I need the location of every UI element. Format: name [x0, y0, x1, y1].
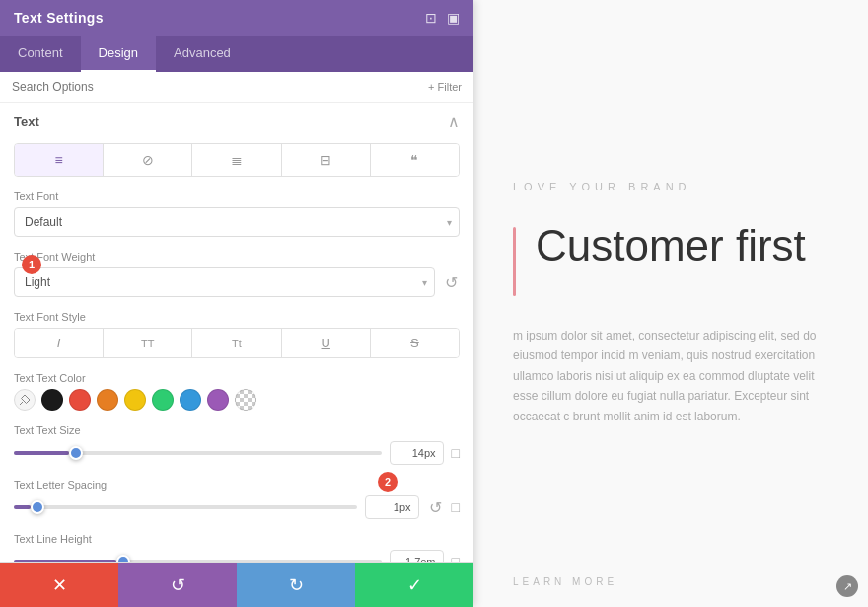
- text-font-style-group: Text Font Style I TT Tt U S: [14, 311, 460, 358]
- font-weight-reset-icon[interactable]: ↺: [443, 271, 460, 294]
- text-size-row: □: [14, 441, 460, 465]
- hero-title: Customer first: [536, 222, 806, 269]
- vertical-bar: [513, 227, 516, 296]
- italic-btn[interactable]: I: [15, 329, 104, 357]
- color-swatches-row: [14, 389, 460, 411]
- section-collapse-icon[interactable]: ∧: [448, 113, 460, 131]
- tab-design[interactable]: Design: [81, 36, 156, 72]
- align-justify-btn[interactable]: ❝: [371, 144, 459, 176]
- text-font-style-label: Text Font Style: [14, 311, 460, 323]
- font-weight-select-wrapper: Light ▾: [14, 267, 435, 297]
- close-button[interactable]: ✕: [0, 563, 118, 607]
- text-line-height-group: Text Line Height □: [14, 533, 460, 562]
- letter-spacing-device-icon[interactable]: □: [452, 499, 460, 515]
- line-height-slider-thumb[interactable]: [116, 555, 130, 562]
- content-area: LOVE YOUR BRAND Customer first m ipsum d…: [473, 0, 868, 607]
- line-height-slider-fill: [14, 560, 116, 562]
- color-custom[interactable]: [235, 389, 256, 411]
- save-icon: ✓: [407, 574, 422, 596]
- undo-button[interactable]: ↺: [118, 563, 237, 607]
- text-size-slider-fill: [14, 451, 69, 455]
- text-font-select[interactable]: Default: [14, 207, 460, 237]
- header-icons: ⊡ ▣: [425, 10, 460, 26]
- hero-content: Customer first: [513, 222, 806, 296]
- letter-spacing-slider-container: [14, 497, 357, 517]
- text-font-weight-group: Text Font Weight Light ▾ ↺: [14, 251, 460, 297]
- capitalize-btn[interactable]: Tt: [192, 329, 281, 357]
- text-section-header: Text ∧: [14, 113, 460, 131]
- panel-footer: ✕ ↺ ↻ ✓: [0, 562, 473, 607]
- text-font-weight-row: Light ▾ ↺: [14, 267, 460, 297]
- tab-content[interactable]: Content: [0, 36, 81, 72]
- badge-2: 2: [378, 472, 398, 492]
- undo-icon: ↺: [171, 574, 185, 596]
- text-size-device-icon[interactable]: □: [452, 445, 460, 461]
- text-size-slider-thumb[interactable]: [69, 446, 83, 460]
- tab-advanced[interactable]: Advanced: [156, 36, 249, 72]
- panel-title: Text Settings: [14, 10, 104, 26]
- letter-spacing-input[interactable]: [365, 495, 419, 519]
- text-size-group: Text Text Size □: [14, 424, 460, 465]
- letter-spacing-slider-fill: [14, 505, 31, 509]
- panel-body: Text ∧ ≡ ⊘ ≣ ⊟ ❝ Text Font Default ▾ Tex…: [0, 103, 473, 562]
- body-text: m ipsum dolor sit amet, consectetur adip…: [513, 326, 829, 426]
- underline-btn[interactable]: U: [282, 329, 371, 357]
- text-line-height-row: □: [14, 550, 460, 562]
- text-color-label: Text Text Color: [14, 372, 460, 384]
- color-orange[interactable]: [97, 389, 118, 411]
- align-left-btn[interactable]: ≡: [15, 144, 104, 176]
- brand-text: LOVE YOUR BRAND: [513, 181, 691, 192]
- color-red[interactable]: [69, 389, 91, 411]
- redo-button[interactable]: ↻: [237, 563, 355, 607]
- badge-1: 1: [22, 255, 41, 274]
- corner-resize-icon[interactable]: ↗: [836, 575, 858, 597]
- text-line-height-label: Text Line Height: [14, 533, 460, 545]
- letter-spacing-slider-thumb[interactable]: [31, 500, 44, 514]
- line-height-slider-container: [14, 552, 382, 562]
- strikethrough-btn[interactable]: S: [371, 329, 459, 357]
- text-size-slider-container: [14, 443, 382, 463]
- line-height-device-icon[interactable]: □: [452, 554, 460, 562]
- layout-icon[interactable]: ▣: [447, 10, 460, 26]
- close-icon: ✕: [52, 574, 67, 596]
- color-green[interactable]: [152, 389, 174, 411]
- panel-header: Text Settings ⊡ ▣: [0, 0, 473, 36]
- filter-button[interactable]: + Filter: [428, 81, 462, 93]
- text-letter-spacing-row: ↺ □: [14, 495, 460, 519]
- settings-panel: Text Settings ⊡ ▣ Content Design Advance…: [0, 0, 473, 607]
- align-right-btn[interactable]: ⊟: [282, 144, 371, 176]
- uppercase-btn[interactable]: TT: [104, 329, 192, 357]
- search-input[interactable]: [12, 80, 420, 94]
- text-color-group: Text Text Color: [14, 372, 460, 411]
- align-none-btn[interactable]: ⊘: [104, 144, 192, 176]
- svg-line-0: [20, 402, 23, 405]
- redo-icon: ↻: [289, 574, 304, 596]
- alignment-row: ≡ ⊘ ≣ ⊟ ❝: [14, 143, 460, 177]
- color-blue[interactable]: [180, 389, 201, 411]
- panel-tabs: Content Design Advanced: [0, 36, 473, 72]
- learn-more-text: LEARN MORE: [513, 576, 617, 587]
- text-font-group: Text Font Default ▾: [14, 190, 460, 237]
- font-style-row: I TT Tt U S: [14, 328, 460, 358]
- letter-spacing-reset-icon[interactable]: ↺: [427, 496, 444, 519]
- font-weight-select[interactable]: Light: [14, 267, 435, 297]
- save-button[interactable]: ✓: [355, 563, 473, 607]
- color-purple[interactable]: [207, 389, 229, 411]
- text-font-select-wrapper: Default ▾: [14, 207, 460, 237]
- color-yellow[interactable]: [124, 389, 146, 411]
- text-font-weight-label: Text Font Weight: [14, 251, 460, 263]
- search-bar: + Filter: [0, 72, 473, 103]
- text-size-slider-track[interactable]: [14, 451, 382, 455]
- text-font-label: Text Font: [14, 190, 460, 202]
- text-size-label: Text Text Size: [14, 424, 460, 436]
- line-height-input[interactable]: [390, 550, 444, 562]
- letter-spacing-slider-track[interactable]: [14, 505, 357, 509]
- color-black[interactable]: [41, 389, 63, 411]
- text-size-input[interactable]: [390, 441, 444, 465]
- section-title: Text: [14, 114, 39, 129]
- eyedropper-btn[interactable]: [14, 389, 36, 411]
- line-height-slider-track[interactable]: [14, 560, 382, 562]
- align-center-btn[interactable]: ≣: [192, 144, 281, 176]
- expand-icon[interactable]: ⊡: [425, 10, 437, 26]
